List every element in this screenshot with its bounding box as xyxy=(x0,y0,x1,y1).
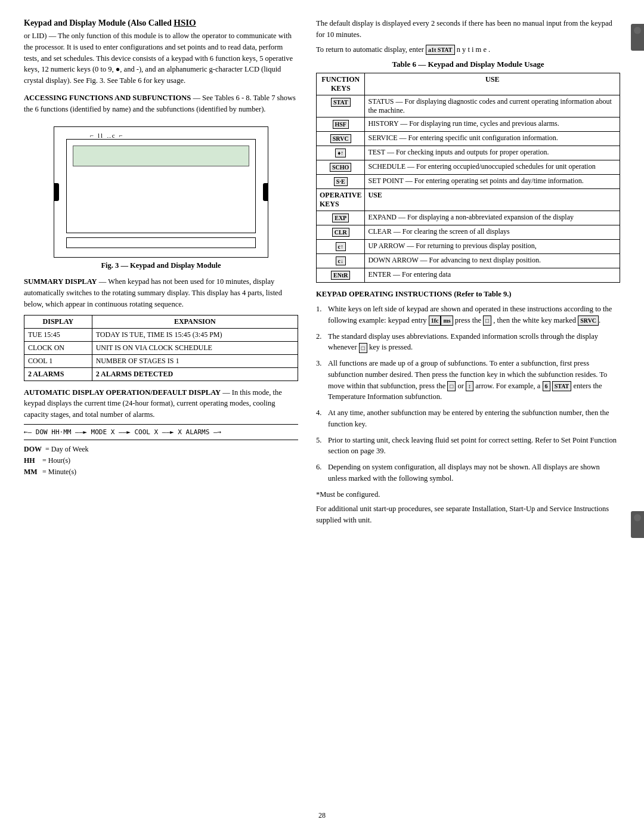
key-cell: HSF xyxy=(317,117,365,132)
page: Keypad and Display Module (Also Called H… xyxy=(0,0,644,832)
table-row: COOL 1 NUMBER OF STAGES IS 1 xyxy=(24,354,298,367)
left-column: Keypad and Display Module (Also Called H… xyxy=(24,18,310,814)
use-cell: CLEAR — For clearing the screen of all d… xyxy=(365,225,620,240)
table-row: ♦↑ TEST — For checking inputs and output… xyxy=(317,146,620,160)
right-bump xyxy=(263,183,268,201)
list-item: 2. The standard display uses abbreviatio… xyxy=(316,331,620,354)
expansion-cell: UNIT IS ON VIA CLOCK SCHEDULE xyxy=(92,341,298,354)
auto-display-paragraph: AUTOMATIC DISPLAY OPERATION/DEFAULT DISP… xyxy=(24,387,298,420)
summary-table: DISPLAY EXPANSION TUE 15:45 TODAY IS TUE… xyxy=(24,315,298,381)
operative-keys-header: OPERATIVE KEYS xyxy=(317,189,365,211)
hsio-label: HSIO xyxy=(174,18,196,27)
use-cell: HISTORY — For displaying run time, cycle… xyxy=(365,117,620,132)
inline-key-square2: □ xyxy=(359,343,367,353)
fig-inner-border xyxy=(66,139,256,233)
corner-dot-bottom xyxy=(634,514,641,521)
key-badge-srvc: SRVC xyxy=(330,134,351,143)
inline-key-6: 6 xyxy=(543,381,550,391)
instruction-4: At any time, another subfunction may be … xyxy=(328,407,620,430)
key-cell: SCHO xyxy=(317,160,365,175)
key-cell: ♦↑ xyxy=(317,146,365,160)
table-row: CLR CLEAR — For clearing the screen of a… xyxy=(317,225,620,240)
use-cell: TEST — For checking inputs and outputs f… xyxy=(365,146,620,160)
default-display-text: The default display is displayed every 2… xyxy=(316,18,620,41)
fig-bottom-bar xyxy=(66,237,256,248)
key-badge-se: S·E xyxy=(334,177,348,186)
key-cell: EXP xyxy=(317,211,365,225)
instruction-6: Depending on system configuration, all d… xyxy=(328,462,620,484)
display-cell: 2 ALARMS xyxy=(24,367,92,381)
table-row: HSF HISTORY — For displaying run time, c… xyxy=(317,117,620,132)
section-title-hsio: Keypad and Display Module (Also Called H… xyxy=(24,18,298,28)
expansion-cell: TODAY IS TUE, TIME IS 15:45 (3:45 PM) xyxy=(92,328,298,341)
must-configure-note: *Must be configured. xyxy=(316,489,620,500)
operative-keys-use-header: USE xyxy=(365,189,620,211)
use-cell: SERVICE — For entering specific unit con… xyxy=(365,132,620,146)
key-badge-clr: CLR xyxy=(332,228,349,237)
use-cell: UP ARROW — For returning to previous dis… xyxy=(365,240,620,254)
inline-key-square: □ xyxy=(483,316,491,326)
table-row-bold: 2 ALARMS 2 ALARMS DETECTED xyxy=(24,367,298,381)
return-text-para: To return to automatic display, enter a1… xyxy=(316,44,620,55)
key-badge-exp: EXP xyxy=(332,214,349,222)
table-row: S·E SET POINT — For entering operating s… xyxy=(317,175,620,189)
key-badge-stat: STAT xyxy=(331,98,351,107)
legend-item-mm: MM = Minute(s) xyxy=(24,466,298,478)
fig-caption: Fig. 3 — Keypad and Display Module xyxy=(24,261,298,270)
use-cell: SCHEDULE — For entering occupied/unoccup… xyxy=(365,160,620,175)
title-text: Keypad and Display Module (Also Called xyxy=(24,18,174,27)
key-cell: c↑ xyxy=(317,240,365,254)
legend-key-mm: MM xyxy=(24,466,39,478)
use-cell: STATUS — For displaying diagnostic codes… xyxy=(365,95,620,117)
accessing-paragraph: ACCESSING FUNCTIONS AND SUBFUNCTIONS — S… xyxy=(24,92,298,115)
lcd-display xyxy=(73,146,249,166)
instructions-title-text: KEYPAD OPERATING INSTRUCTIONS (Refer to … xyxy=(316,290,511,298)
key-badge-test: ♦↑ xyxy=(335,149,346,157)
inline-key-srvc: SRVC xyxy=(578,316,599,326)
use-cell: SET POINT — For entering operating set p… xyxy=(365,175,620,189)
legend-item-dow: DOW = Day of Week xyxy=(24,444,298,455)
inline-key-ms: ms xyxy=(441,316,453,326)
use-cell: ENTER — For entering data xyxy=(365,268,620,283)
divider-bottom xyxy=(24,440,298,440)
summary-title: SUMMARY DISPLAY xyxy=(24,277,97,286)
table-row: STAT STATUS — For displaying diagnostic … xyxy=(317,95,620,117)
corner-dot xyxy=(634,27,641,34)
table-row: c↓ DOWN ARROW — For advancing to next di… xyxy=(317,254,620,268)
list-item: 4. At any time, another subfunction may … xyxy=(316,407,620,430)
function-use-header: USE xyxy=(365,73,620,95)
table-row: CLOCK ON UNIT IS ON VIA CLOCK SCHEDULE xyxy=(24,341,298,354)
format-diagram: ←— DOW HH·MM ——► MODE X ——► COOL X ——► X… xyxy=(24,428,298,436)
display-cell: COOL 1 xyxy=(24,354,92,367)
return-key-badge: a1t STAT xyxy=(426,45,454,55)
keypad-table: FUNCTION KEYS USE STAT STATUS — For disp… xyxy=(316,73,620,283)
use-cell: EXPAND — For displaying a non-abbreviate… xyxy=(365,211,620,225)
return-suffix: n y t i m e . xyxy=(457,45,491,54)
display-cell: TUE 15:45 xyxy=(24,328,92,341)
inline-key-square3: □ xyxy=(447,381,456,391)
use-cell: DOWN ARROW — For advancing to next displ… xyxy=(365,254,620,268)
key-badge-up: c↑ xyxy=(336,242,346,251)
corner-tab-bottom xyxy=(631,511,644,538)
key-cell: STAT xyxy=(317,95,365,117)
instructions-list: 1. White keys on left side of keypad are… xyxy=(316,304,620,484)
table-row: c↑ UP ARROW — For returning to previous … xyxy=(317,240,620,254)
list-item: 6. Depending on system configuration, al… xyxy=(316,462,620,484)
operative-keys-header-row: OPERATIVE KEYS USE xyxy=(317,189,620,211)
instruction-5: Prior to starting unit, check leaving fl… xyxy=(328,435,620,457)
inline-key-arrow: ↕ xyxy=(466,381,473,391)
must-configure-text: *Must be configured. xyxy=(316,490,380,499)
key-cell: ENtR xyxy=(317,268,365,283)
legend-list: DOW = Day of Week HH = Hour(s) MM = Minu… xyxy=(24,444,298,478)
right-column: The default display is displayed every 2… xyxy=(310,18,620,814)
legend-item-hh: HH = Hour(s) xyxy=(24,455,298,466)
table-row: EXP EXPAND — For displaying a non-abbrev… xyxy=(317,211,620,225)
table6-title: Table 6 — Keypad and Display Module Usag… xyxy=(316,60,620,69)
keypad-instructions: KEYPAD OPERATING INSTRUCTIONS (Refer to … xyxy=(316,289,620,526)
page-number: 28 xyxy=(318,811,326,820)
legend-desc-hh: = Hour(s) xyxy=(42,455,70,466)
instructions-title: KEYPAD OPERATING INSTRUCTIONS (Refer to … xyxy=(316,289,620,300)
function-keys-header: FUNCTION KEYS xyxy=(317,73,365,95)
additional-note: For additional unit start-up procedures,… xyxy=(316,503,620,526)
key-badge-scho: SCHO xyxy=(330,163,351,172)
